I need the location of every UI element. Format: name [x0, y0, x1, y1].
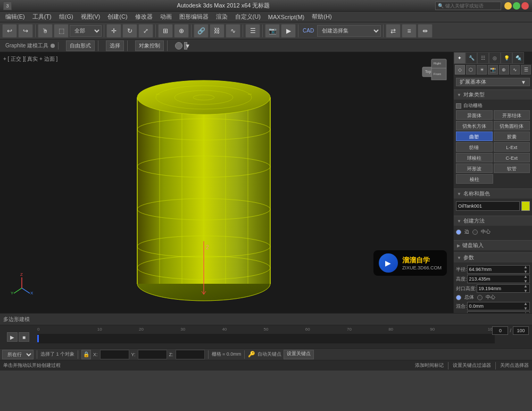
panel-tab-create[interactable]: ✦	[454, 52, 466, 64]
hose-button[interactable]: 软管	[494, 163, 530, 173]
autogrid-checkbox[interactable]	[456, 103, 461, 109]
spindle-button[interactable]: 纺锤	[456, 142, 493, 152]
height-spinner[interactable]: ▲▼	[523, 274, 528, 284]
toolbar2-chevron[interactable]: ▼	[184, 42, 187, 50]
menu-customize[interactable]: 自定义(U)	[232, 12, 264, 22]
subtab-shapes[interactable]: ⬡	[466, 65, 476, 75]
toolbar2-dot-1[interactable]	[175, 42, 182, 50]
freeform-button[interactable]: 自由形式	[66, 40, 95, 51]
select-object-button[interactable]: 🖱	[38, 24, 53, 38]
spacing-button[interactable]: ⇹	[418, 24, 433, 38]
panel-tab-utilities[interactable]: 🔩	[512, 52, 524, 64]
menu-graph-editors[interactable]: 图形编辑器	[176, 12, 212, 22]
y-coordinate[interactable]	[138, 350, 167, 359]
cap-spinner[interactable]: ▲▼	[523, 284, 528, 293]
menu-group[interactable]: 组(G)	[56, 12, 77, 22]
capsule-button[interactable]: 胶囊	[494, 131, 530, 141]
subtab-lights[interactable]: ☀	[477, 65, 487, 75]
render-type[interactable]: 📷	[265, 24, 280, 38]
named-selection-dropdown[interactable]: 创建选择集	[317, 25, 381, 37]
torusknot-button[interactable]: 开形结体	[494, 110, 530, 120]
menu-animation[interactable]: 动画	[157, 12, 175, 22]
selection-button[interactable]: 选择	[106, 40, 124, 51]
maximize-button[interactable]	[513, 2, 520, 10]
hedra-button[interactable]: 异面体	[456, 110, 493, 120]
undo-button[interactable]: ↩	[2, 24, 17, 38]
select-region-button[interactable]: ⬚	[54, 24, 69, 38]
subtab-systems[interactable]: ☰	[521, 65, 531, 75]
close-button[interactable]	[521, 2, 529, 10]
viewport-navigation-cube[interactable]: Top Right Front	[420, 56, 449, 86]
object-type-header[interactable]: ▼ 对象类型	[454, 90, 532, 100]
gengon-button[interactable]: 球棱柱	[456, 153, 493, 162]
primitive-type-dropdown[interactable]: 扩展基本体 ▼	[456, 78, 530, 86]
subtab-helpers[interactable]: ⊕	[499, 65, 509, 75]
overall-radio[interactable]	[456, 295, 461, 300]
subtab-spacewarps[interactable]: ∿	[510, 65, 520, 75]
set-key-button[interactable]: 设置关键点	[284, 350, 314, 359]
object-name-input[interactable]	[456, 201, 520, 211]
x-coordinate[interactable]	[100, 350, 129, 359]
name-color-header[interactable]: ▼ 名称和颜色	[454, 189, 532, 199]
oiltank-button[interactable]: 曲塑	[456, 131, 493, 141]
menu-help[interactable]: 帮助(H)	[309, 12, 335, 22]
mirror-button[interactable]: ⇄	[386, 24, 401, 38]
scale-button[interactable]: ⤢	[138, 24, 153, 38]
panel-tab-hierarchy[interactable]: ☷	[477, 52, 489, 64]
chamfercyl-button[interactable]: 切角圆柱体	[494, 121, 530, 130]
menu-view[interactable]: 视图(V)	[78, 12, 104, 22]
center-radio[interactable]	[472, 229, 478, 235]
select-filter-dropdown[interactable]: 全部	[70, 25, 102, 37]
lock-button[interactable]: 🔒	[81, 350, 91, 359]
panel-tab-display[interactable]: 💡	[501, 52, 512, 64]
object-control-button[interactable]: 对象控制	[135, 40, 164, 51]
graphite-toggle[interactable]	[51, 44, 55, 48]
lext-button[interactable]: L-Ext	[494, 142, 530, 152]
redo-button[interactable]: ↪	[18, 24, 33, 38]
sides-value[interactable]: 12 ▲▼	[467, 311, 530, 313]
keyboard-input-header[interactable]: ▶ 键盘输入	[454, 241, 532, 250]
current-frame-input[interactable]: 0	[492, 326, 508, 335]
blend-value[interactable]: 0.0mm ▲▼	[467, 302, 530, 310]
subtab-cameras[interactable]: 📸	[488, 65, 498, 75]
menu-edit[interactable]: 编辑(E)	[2, 12, 28, 22]
radius-spinner[interactable]: ▲▼	[523, 265, 528, 274]
link-button[interactable]: 🔗	[194, 24, 209, 38]
menu-render[interactable]: 渲染	[213, 12, 231, 22]
search-input[interactable]	[445, 3, 498, 9]
center-radio-2[interactable]	[477, 295, 483, 300]
rotate-button[interactable]: ↻	[122, 24, 137, 38]
align-button[interactable]: ≡	[402, 24, 417, 38]
timeline-track[interactable]	[37, 334, 495, 343]
reference-coord-button[interactable]: ⊞	[158, 24, 173, 38]
stop-anim-button[interactable]: ■	[19, 332, 29, 342]
play-anim-button[interactable]: ▶	[7, 332, 18, 342]
menu-modifiers[interactable]: 修改器	[132, 12, 156, 22]
minimize-button[interactable]	[504, 2, 512, 10]
z-coordinate[interactable]	[176, 350, 205, 359]
blend-spinner[interactable]: ▲▼	[523, 301, 528, 311]
total-frames-input[interactable]: 100	[513, 326, 529, 335]
unlink-button[interactable]: ⛓	[210, 24, 225, 38]
creation-method-header[interactable]: ▼ 创建方法	[454, 216, 532, 226]
cext-button[interactable]: C-Ext	[494, 153, 530, 162]
radius-value[interactable]: 64.967mm ▲▼	[467, 265, 530, 274]
chamferbox-button[interactable]: 切角长方体	[456, 121, 493, 130]
timeline-playhead[interactable]	[37, 335, 39, 342]
height-value[interactable]: 213.435m ▲▼	[467, 275, 530, 283]
panel-tab-modify[interactable]: 🔧	[466, 52, 477, 64]
menu-maxscript[interactable]: MAXScript(M)	[265, 13, 307, 21]
parameters-header[interactable]: ▼ 参数	[454, 253, 532, 262]
edge-radio[interactable]	[456, 229, 461, 235]
sides-spinner[interactable]: ▲▼	[523, 311, 528, 313]
bind-space-warp[interactable]: ∿	[226, 24, 240, 38]
layer-manager[interactable]: ☰	[245, 24, 260, 38]
panel-tab-motion[interactable]: ◎	[489, 52, 501, 64]
move-button[interactable]: ✛	[106, 24, 121, 38]
menu-tools[interactable]: 工具(T)	[29, 12, 55, 22]
object-color-swatch[interactable]	[521, 201, 530, 211]
selection-filter-dropdown[interactable]: 所在行	[2, 350, 34, 359]
menu-create[interactable]: 创建(C)	[104, 12, 130, 22]
pivot-button[interactable]: ⊕	[174, 24, 189, 38]
render-scene[interactable]: ▶	[281, 24, 296, 38]
